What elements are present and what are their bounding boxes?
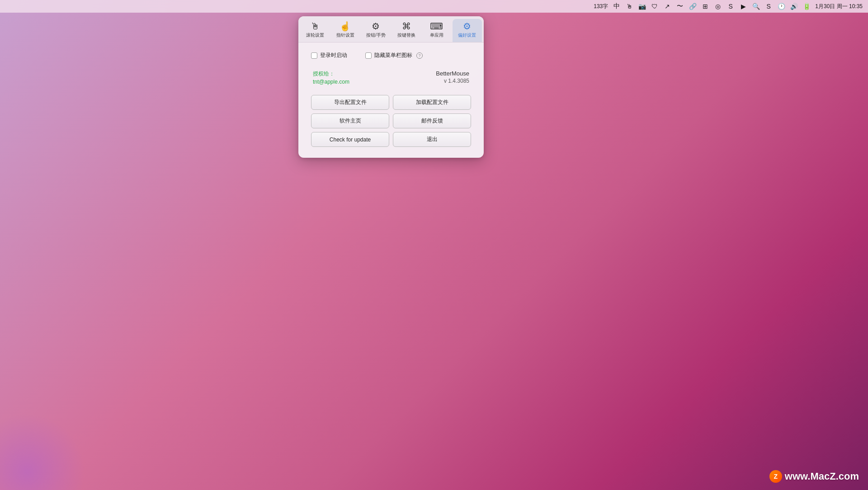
tab-pointer[interactable]: ☝ 指针设置 [330, 19, 360, 42]
tab-scroll-label: 滚轮设置 [306, 32, 324, 38]
login-startup-item[interactable]: 登录时启动 [311, 52, 347, 59]
search-icon[interactable]: 🔍 [752, 2, 760, 10]
login-startup-label: 登录时启动 [320, 52, 347, 59]
tab-keymap-label: 按键替换 [397, 32, 415, 38]
license-email: tnt@apple.com [313, 79, 349, 85]
tab-prefs-label: 偏好设置 [458, 32, 476, 38]
s-icon[interactable]: S [726, 2, 735, 10]
tab-prefs[interactable]: ⚙ 偏好设置 [453, 19, 482, 42]
quit-button[interactable]: 退出 [393, 132, 471, 147]
scroll-icon: 🖱 [311, 22, 320, 31]
battery-icon[interactable]: 🔋 [802, 2, 811, 10]
feedback-button[interactable]: 邮件反馈 [393, 113, 471, 128]
license-section: 授权给： tnt@apple.com BetterMouse v 1.4.308… [311, 70, 471, 85]
export-config-button[interactable]: 导出配置文件 [311, 95, 389, 110]
chinese-icon[interactable]: 中 [613, 2, 621, 10]
link-icon[interactable]: 🔗 [689, 2, 697, 10]
watermark-text: www.MacZ.com [785, 471, 859, 482]
apps-icon: ⌨ [430, 22, 443, 31]
circle-icon[interactable]: ◎ [714, 2, 722, 10]
wave-icon[interactable]: 〜 [676, 2, 684, 10]
hide-menu-checkbox[interactable] [365, 52, 372, 59]
clock-icon[interactable]: 🕐 [777, 2, 785, 10]
help-icon[interactable]: ? [416, 52, 423, 59]
watermark-icon: Z [769, 470, 782, 483]
volume-icon[interactable]: 🔊 [790, 2, 798, 10]
play-icon[interactable]: ▶ [739, 2, 747, 10]
datetime: 1月30日 周一 10:35 [815, 3, 863, 10]
preferences-panel: 🖱 滚轮设置 ☝ 指针设置 ⚙ 按钮/手势 ⌘ 按键替换 ⌨ 单应用 ⚙ 偏好设… [298, 16, 484, 158]
tab-gesture-label: 按钮/手势 [366, 32, 386, 38]
arrow-icon[interactable]: ↗ [663, 2, 671, 10]
camera-icon[interactable]: 📷 [638, 2, 646, 10]
import-config-button[interactable]: 加载配置文件 [393, 95, 471, 110]
shield-icon[interactable]: 🛡 [651, 2, 659, 10]
char-count: 133字 [594, 3, 608, 10]
tab-bar: 🖱 滚轮设置 ☝ 指针设置 ⚙ 按钮/手势 ⌘ 按键替换 ⌨ 单应用 ⚙ 偏好设… [298, 16, 484, 42]
pointer-icon: ☝ [340, 22, 351, 31]
prefs-icon: ⚙ [463, 22, 471, 31]
bg-decoration [0, 400, 90, 490]
license-right: BetterMouse v 1.4.3085 [436, 70, 469, 84]
hide-menu-item[interactable]: 隐藏菜单栏图标 ? [365, 52, 423, 59]
grid-icon[interactable]: ⊞ [701, 2, 709, 10]
hide-menu-label: 隐藏菜单栏图标 [374, 52, 412, 59]
tab-apps-label: 单应用 [430, 32, 443, 38]
scrobble-icon[interactable]: S [764, 2, 773, 10]
license-left: 授权给： tnt@apple.com [313, 70, 349, 85]
check-update-button[interactable]: Check for update [311, 132, 389, 147]
gesture-icon: ⚙ [372, 22, 380, 31]
tab-scroll[interactable]: 🖱 滚轮设置 [300, 19, 330, 42]
tab-gesture[interactable]: ⚙ 按钮/手势 [361, 19, 391, 42]
panel-content: 登录时启动 隐藏菜单栏图标 ? 授权给： tnt@apple.com Bette… [298, 42, 484, 158]
button-grid: 导出配置文件 加载配置文件 软件主页 邮件反馈 Check for update… [311, 95, 471, 147]
watermark: Z www.MacZ.com [769, 470, 859, 483]
mouse-icon[interactable]: 🖱 [625, 2, 633, 10]
login-startup-checkbox[interactable] [311, 52, 317, 59]
license-label: 授权给： [313, 70, 349, 78]
tab-pointer-label: 指针设置 [336, 32, 354, 38]
app-version: v 1.4.3085 [444, 78, 469, 84]
menubar: 133字 中 🖱 📷 🛡 ↗ 〜 🔗 ⊞ ◎ S ▶ 🔍 S 🕐 🔊 🔋 1月3… [0, 0, 868, 13]
keymap-icon: ⌘ [402, 22, 411, 31]
website-button[interactable]: 软件主页 [311, 113, 389, 128]
tab-keymap[interactable]: ⌘ 按键替换 [392, 19, 421, 42]
checkbox-row: 登录时启动 隐藏菜单栏图标 ? [311, 52, 471, 59]
menubar-right: 133字 中 🖱 📷 🛡 ↗ 〜 🔗 ⊞ ◎ S ▶ 🔍 S 🕐 🔊 🔋 1月3… [594, 2, 863, 10]
tab-apps[interactable]: ⌨ 单应用 [422, 19, 451, 42]
app-name: BetterMouse [436, 70, 469, 77]
